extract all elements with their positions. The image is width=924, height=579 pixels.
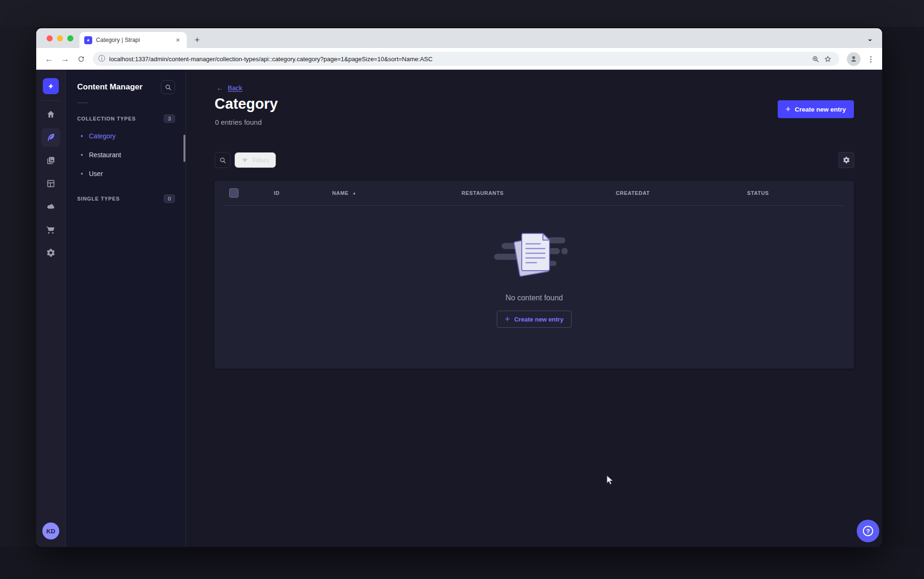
media-library-icon[interactable]: [41, 151, 60, 170]
strapi-logo[interactable]: [43, 78, 59, 94]
column-header-status[interactable]: STATUS: [747, 190, 769, 196]
subnav-title: Content Manager: [77, 82, 143, 92]
entries-count: 0 entries found: [215, 118, 262, 126]
main-content: ← Back Category 0 entries found + Create…: [186, 70, 882, 547]
select-all-checkbox[interactable]: [229, 188, 239, 198]
sort-ascending-icon: ▲: [352, 191, 357, 195]
browser-menu-kebab-icon[interactable]: ⋮: [865, 53, 876, 64]
site-info-icon[interactable]: ⓘ: [98, 55, 105, 63]
column-header-createdat[interactable]: CREATEDAT: [616, 190, 650, 196]
close-window-button[interactable]: [47, 35, 53, 41]
address-bar[interactable]: ⓘ localhost:1337/admin/content-manager/c…: [93, 52, 839, 66]
back-link[interactable]: ← Back: [216, 84, 242, 92]
collection-types-label: COLLECTION TYPES: [77, 116, 136, 121]
bookmark-star-icon[interactable]: [821, 53, 834, 65]
empty-create-new-entry-button[interactable]: + Create new entry: [497, 311, 571, 328]
filters-button[interactable]: Filters: [234, 152, 276, 168]
subnav-divider: [77, 103, 88, 103]
browser-window: Category | Strapi ✕ + ⌄ ← → ⓘ localhost:…: [36, 28, 882, 547]
minimize-window-button[interactable]: [57, 35, 63, 41]
new-tab-button[interactable]: +: [191, 34, 203, 46]
sidebar-item-user[interactable]: User: [66, 164, 185, 183]
create-new-entry-button[interactable]: + Create new entry: [778, 100, 854, 118]
browser-toolbar: ← → ⓘ localhost:1337/admin/content-manag…: [36, 48, 882, 70]
content-manager-icon[interactable]: [41, 128, 60, 147]
sidebar-item-category[interactable]: Category: [66, 127, 185, 145]
column-header-name[interactable]: NAME ▲: [332, 190, 357, 196]
content-type-builder-icon[interactable]: [41, 174, 60, 193]
empty-state: No content found + Create new entry: [215, 225, 854, 328]
plus-icon: +: [505, 315, 510, 323]
search-entries-button[interactable]: [215, 152, 231, 168]
header-divider: [224, 205, 844, 206]
content-manager-subnav: Content Manager COLLECTION TYPES 3 Categ…: [66, 70, 186, 547]
entries-table: ID NAME ▲ RESTAURANTS CREATEDAT STATUS: [215, 181, 854, 369]
single-types-count-badge: 0: [164, 194, 175, 203]
subnav-scrollbar[interactable]: [183, 135, 185, 162]
window-controls: [47, 35, 73, 41]
bullet-icon: [81, 173, 83, 175]
bullet-icon: [81, 135, 83, 137]
empty-documents-illustration: [487, 225, 581, 281]
table-header: ID NAME ▲ RESTAURANTS CREATEDAT STATUS: [215, 181, 854, 205]
forward-button[interactable]: →: [58, 52, 72, 66]
page-title: Category: [215, 96, 278, 113]
zoom-window-button[interactable]: [67, 35, 73, 41]
bullet-icon: [81, 154, 83, 156]
nav-rail: KD: [36, 70, 66, 547]
single-types-label: SINGLE TYPES: [77, 196, 120, 201]
strapi-favicon-icon: [84, 36, 92, 44]
no-content-message: No content found: [506, 294, 563, 302]
tab-close-icon[interactable]: ✕: [174, 36, 182, 44]
collection-types-list: Category Restaurant User: [66, 127, 185, 183]
desktop-background: [0, 547, 924, 579]
browser-profile-avatar[interactable]: [847, 52, 860, 66]
user-avatar[interactable]: KD: [42, 523, 59, 539]
filter-icon: [241, 157, 248, 164]
strapi-app: KD Content Manager COLLECTION TYPES 3 Ca…: [36, 70, 882, 547]
rail-divider: [42, 100, 60, 101]
cloud-icon[interactable]: [41, 197, 60, 216]
desktop-background: [0, 0, 924, 27]
home-icon[interactable]: [41, 105, 60, 124]
collection-types-count-badge: 3: [164, 114, 175, 123]
question-mark-icon: ?: [863, 526, 873, 536]
back-arrow-icon: ←: [216, 84, 223, 92]
view-settings-button[interactable]: [838, 152, 854, 168]
column-header-id[interactable]: ID: [274, 190, 279, 196]
reload-button[interactable]: [74, 52, 88, 66]
tab-strip: Category | Strapi ✕ + ⌄: [36, 28, 882, 48]
back-button[interactable]: ←: [42, 52, 56, 66]
column-header-restaurants[interactable]: RESTAURANTS: [462, 190, 504, 196]
help-button[interactable]: ?: [857, 520, 879, 542]
tab-search-chevron-icon[interactable]: ⌄: [864, 33, 876, 44]
desktop-background: [882, 27, 924, 547]
zoom-page-icon[interactable]: [809, 53, 821, 65]
mouse-cursor: [605, 474, 614, 486]
desktop-background: [0, 27, 36, 547]
marketplace-cart-icon[interactable]: [41, 220, 60, 239]
settings-gear-icon[interactable]: [41, 243, 60, 262]
browser-tab[interactable]: Category | Strapi ✕: [80, 32, 187, 48]
sidebar-item-restaurant[interactable]: Restaurant: [66, 145, 185, 164]
tab-title: Category | Strapi: [96, 37, 174, 43]
subnav-search-button[interactable]: [161, 80, 175, 94]
url-text[interactable]: localhost:1337/admin/content-manager/col…: [109, 56, 809, 63]
plus-icon: +: [786, 105, 791, 113]
